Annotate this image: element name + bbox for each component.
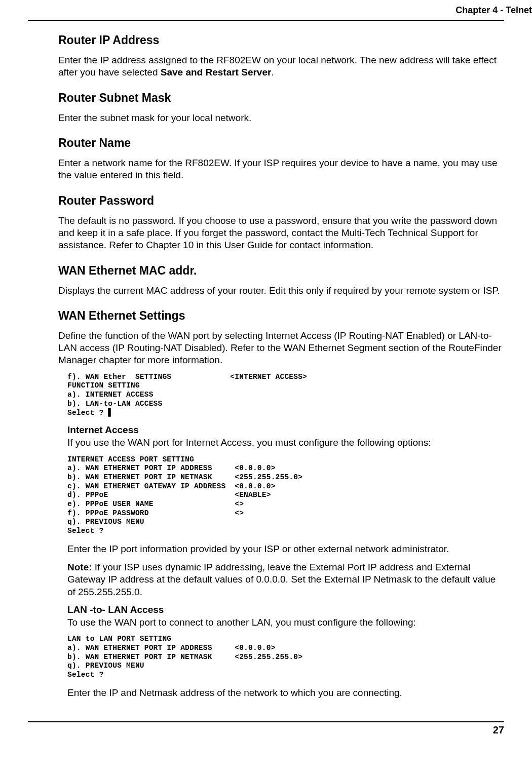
header-rule — [28, 20, 504, 21]
code-block-lan-to-lan: LAN to LAN PORT SETTING a). WAN ETHERNET… — [67, 635, 491, 679]
para-router-ip-address: Enter the IP address assigned to the RF8… — [58, 54, 504, 79]
code-block-internet-access: INTERNET ACCESS PORT SETTING a). WAN ETH… — [67, 455, 491, 536]
text-bold-save-restart: Save and Restart Server — [161, 67, 272, 78]
note-text: If your ISP uses dynamic IP addressing, … — [67, 562, 496, 597]
code-block-function-setting: f). WAN Ether SETTINGS <INTERNET ACCESS>… — [67, 373, 491, 417]
para-router-subnet-mask: Enter the subnet mask for your local net… — [58, 112, 504, 124]
heading-wan-mac: WAN Ethernet MAC addr. — [58, 264, 504, 278]
para-wan-settings: Define the function of the WAN port by s… — [58, 330, 504, 367]
heading-router-subnet-mask: Router Subnet Mask — [58, 91, 504, 105]
subheading-internet-access: Internet Access — [67, 424, 504, 436]
para-lan-to-lan: To use the WAN port to connect to anothe… — [67, 616, 504, 629]
page-header: Chapter 4 - Telnet — [0, 0, 532, 20]
heading-router-ip-address: Router IP Address — [58, 33, 504, 47]
note-label: Note: — [67, 562, 92, 572]
para-router-password: The default is no password. If you choos… — [58, 215, 504, 252]
page-number: 27 — [0, 724, 532, 736]
heading-router-password: Router Password — [58, 194, 504, 208]
text: . — [271, 67, 274, 78]
heading-wan-settings: WAN Ethernet Settings — [58, 309, 504, 323]
heading-router-name: Router Name — [58, 136, 504, 150]
para-note: Note: If your ISP uses dynamic IP addres… — [67, 561, 504, 598]
text: Enter the IP address assigned to the RF8… — [58, 55, 497, 78]
para-internet-access: If you use the WAN port for Internet Acc… — [67, 437, 504, 449]
subheading-lan-to-lan: LAN -to- LAN Access — [67, 604, 504, 615]
footer-rule — [28, 721, 504, 722]
page-content: Router IP Address Enter the IP address a… — [0, 33, 532, 715]
para-enter-ip-netmask: Enter the IP and Netmask address of the … — [67, 687, 504, 699]
para-wan-mac: Displays the current MAC address of your… — [58, 285, 504, 297]
para-ip-port-info: Enter the IP port information provided b… — [67, 543, 504, 555]
para-router-name: Enter a network name for the RF802EW. If… — [58, 157, 504, 182]
